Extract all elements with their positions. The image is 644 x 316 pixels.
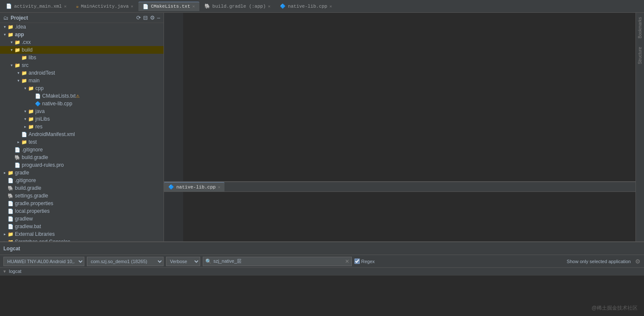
tree-item[interactable]: ▸ 📁 External Libraries xyxy=(0,230,164,238)
tab-close-0[interactable]: ✕ xyxy=(64,4,66,9)
tree-item[interactable]: ▾ 📁 .cxx xyxy=(0,38,164,46)
tree-item[interactable]: ▾ 📁 jniLibs xyxy=(0,115,164,123)
tree-arrow: ▾ xyxy=(22,109,28,113)
cmake-code-content[interactable] xyxy=(183,13,635,181)
tab-CMakeLists-txt[interactable]: 📄 CMakeLists.txt ✕ xyxy=(138,2,199,11)
regex-checkbox-label[interactable]: Regex xyxy=(354,258,375,264)
logcat-settings-icon[interactable]: ⚙ xyxy=(635,258,641,265)
tree-label: gradlew xyxy=(15,216,33,222)
top-tab-bar: 📄 activity_main.xml ✕☕ MainActivity.java… xyxy=(0,0,644,13)
device-dropdown[interactable]: HUAWEI TNY-AL00 Android 10,. xyxy=(3,257,84,266)
tree-arrow: ▸ xyxy=(2,171,8,175)
regex-checkbox[interactable] xyxy=(354,258,360,264)
tree-item[interactable]: 📄 AndroidManifest.xml xyxy=(0,130,164,138)
minimize-icon[interactable]: – xyxy=(157,14,160,21)
logcat-section-label: logcat xyxy=(9,269,21,274)
side-tabs: Bookmarks Structure xyxy=(635,13,644,241)
tree-item[interactable]: ▾ 📁 androidTest xyxy=(0,69,164,77)
tree-item[interactable]: ▾ 📁 src xyxy=(0,61,164,69)
tree-arrow: ▸ xyxy=(22,125,28,129)
tree-arrow: ▾ xyxy=(22,86,28,90)
tree-icon: 🐘 xyxy=(8,186,14,191)
logcat-panel: Logcat HUAWEI TNY-AL00 Android 10,. com.… xyxy=(0,241,644,316)
tree-item[interactable]: ▾ 📁 java xyxy=(0,107,164,115)
clear-search-icon[interactable]: ✕ xyxy=(345,258,349,264)
tree-item[interactable]: ▸ 📁 test xyxy=(0,138,164,146)
tab-icon-2: 📄 xyxy=(143,4,149,9)
tree-item[interactable]: 📄 .gitignore xyxy=(0,177,164,184)
tree-item[interactable]: 🐘 build.gradle xyxy=(0,184,164,192)
tree-item[interactable]: ▾ 📁 main xyxy=(0,77,164,84)
side-tab-bookmarks[interactable]: Bookmarks xyxy=(638,17,642,38)
tree-label: libs xyxy=(29,55,36,61)
tree-arrow: ▾ xyxy=(9,40,14,44)
tree-icon: 📁 xyxy=(21,78,27,84)
tree-label: build xyxy=(22,47,32,53)
process-dropdown[interactable]: com.szj.so_demo1 (18265) xyxy=(87,257,164,266)
tab-close-2[interactable]: ✕ xyxy=(193,4,195,9)
tree-label: gradlew.bat xyxy=(15,223,41,229)
tree-icon: 📄 xyxy=(8,216,14,222)
tab-close-3[interactable]: ✕ xyxy=(268,4,270,9)
tree-icon: 📁 xyxy=(21,55,27,61)
gear-icon[interactable]: ⚙ xyxy=(150,14,155,21)
tree-icon: 📁 xyxy=(8,232,14,237)
tree-item[interactable]: 🔷 native-lib.cpp xyxy=(0,100,164,107)
tree-arrow: ▾ xyxy=(9,48,14,52)
tree-item[interactable]: ▾ 📁 .idea xyxy=(0,23,164,31)
collapse-icon[interactable]: ⊟ xyxy=(143,14,148,21)
tree-label: src xyxy=(22,62,29,68)
logcat-header: Logcat xyxy=(0,242,644,255)
tab-MainActivity-java[interactable]: ☕ MainActivity.java ✕ xyxy=(72,2,138,11)
tree-icon: 🐘 xyxy=(8,193,14,199)
search-icon: 🔍 xyxy=(205,258,212,264)
tree-icon: 📄 xyxy=(8,201,14,206)
tree-label: res xyxy=(35,124,43,130)
tree-item[interactable]: ▾ 📁 cpp xyxy=(0,84,164,92)
tree-icon: 📁 xyxy=(28,109,34,114)
tree-item[interactable]: ▸ 📁 res xyxy=(0,123,164,130)
tab-close-1[interactable]: ✕ xyxy=(131,4,133,9)
tree-item[interactable]: 📄 .gitignore xyxy=(0,146,164,154)
tree-arrow: ▸ xyxy=(15,140,21,144)
sidebar-title: Project xyxy=(11,15,28,21)
tab-close-4[interactable]: ✕ xyxy=(329,4,332,9)
native-lib-tab-close[interactable]: ✕ xyxy=(218,185,220,190)
tree-item[interactable]: 🐘 settings.gradle xyxy=(0,192,164,200)
tree-label: .gitignore xyxy=(22,147,43,153)
tree-item[interactable]: ▾ 📁 app xyxy=(0,31,164,38)
logcat-toolbar: HUAWEI TNY-AL00 Android 10,. com.szj.so_… xyxy=(0,255,644,268)
tree-icon: 📁 xyxy=(28,86,34,91)
verbose-dropdown[interactable]: Verbose xyxy=(166,257,200,266)
tree-item[interactable]: 📄 gradle.properties xyxy=(0,200,164,207)
tree-item[interactable]: 📄 CMakeLists.txt ⚠ xyxy=(0,92,164,100)
tree-icon: 📁 xyxy=(28,116,34,122)
tree-item[interactable]: ▸ 📁 Scratches and Consoles xyxy=(0,238,164,241)
tree-icon: 🔷 xyxy=(35,101,41,107)
tree-item[interactable]: 📄 proguard-rules.pro xyxy=(0,161,164,169)
logcat-search-input[interactable] xyxy=(213,259,345,264)
tree-item[interactable]: 📄 gradlew xyxy=(0,215,164,223)
tab-native-lib-cpp[interactable]: 🔷 native-lib.cpp ✕ xyxy=(276,2,336,11)
tree-label: app xyxy=(15,32,24,38)
sidebar-toolbar: ⟳ ⊟ ⚙ – xyxy=(136,14,160,21)
tree-item[interactable]: ▾ 📁 build xyxy=(0,46,164,54)
side-tab-structure[interactable]: Structure xyxy=(638,47,642,64)
tree-label: java xyxy=(35,108,45,114)
tree-item[interactable]: 📄 gradlew.bat xyxy=(0,223,164,230)
tree-item[interactable]: 🐘 build.gradle xyxy=(0,154,164,161)
tree-item[interactable]: 📄 local.properties xyxy=(0,207,164,215)
tree-label: local.properties xyxy=(15,208,49,214)
tree-label: build.gradle xyxy=(15,185,41,191)
native-lib-tab-icon: 🔷 xyxy=(168,184,174,190)
tree-item[interactable]: ▸ 📁 gradle xyxy=(0,169,164,177)
native-code-content[interactable] xyxy=(183,192,635,241)
tree-arrow: ▾ xyxy=(9,63,14,67)
tree-icon: 📁 xyxy=(14,47,20,53)
logcat-section-icon: ▾ xyxy=(3,269,6,274)
native-lib-tab[interactable]: 🔷 native-lib.cpp ✕ xyxy=(164,182,224,191)
sync-icon[interactable]: ⟳ xyxy=(136,14,141,21)
tree-item[interactable]: 📁 libs xyxy=(0,54,164,61)
tab-activity-main-xml[interactable]: 📄 activity_main.xml ✕ xyxy=(2,2,71,11)
tab-build-gradle---app-[interactable]: 🐘 build.gradle (:app) ✕ xyxy=(200,2,275,11)
